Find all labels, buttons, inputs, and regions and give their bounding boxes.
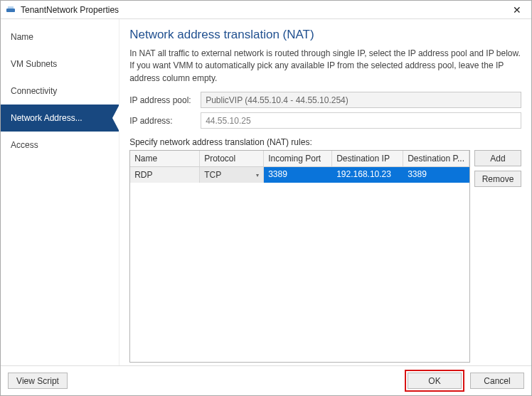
col-name[interactable]: Name	[130, 151, 200, 166]
col-destination-ip[interactable]: Destination IP	[332, 151, 403, 166]
ip-pool-label: IP address pool:	[129, 95, 201, 105]
page-description: In NAT all traffic to external network i…	[129, 48, 521, 85]
svg-rect-1	[8, 6, 14, 9]
page-title: Network address translation (NAT)	[129, 28, 521, 42]
sidebar-item-label: Connectivity	[11, 86, 57, 96]
rules-area: Name Protocol Incoming Port Destination …	[129, 150, 521, 363]
bottom-bar: View Script OK Cancel	[1, 365, 531, 395]
sidebar-item-label: VM Subnets	[11, 59, 57, 69]
ok-highlight: OK	[405, 370, 464, 392]
cell-name-text: RDP	[134, 170, 152, 180]
cancel-button[interactable]: Cancel	[470, 373, 524, 389]
view-script-button[interactable]: View Script	[8, 373, 68, 389]
svg-rect-0	[6, 9, 15, 12]
col-protocol[interactable]: Protocol	[200, 151, 264, 166]
titlebar: TenantNetwork Properties ✕	[1, 1, 531, 19]
ip-pool-value: PublicVIP (44.55.10.4 - 44.55.10.254)	[206, 95, 349, 105]
cell-protocol[interactable]: TCP▾	[200, 167, 264, 183]
rules-label: Specify network address translation (NAT…	[129, 137, 521, 147]
table-row[interactable]: RDP TCP▾ 3389 192.168.10.23 3389	[130, 167, 469, 183]
sidebar-item-network-address[interactable]: Network Address...	[1, 105, 119, 132]
col-incoming-port[interactable]: Incoming Port	[264, 151, 332, 166]
sidebar-item-access[interactable]: Access	[1, 132, 119, 159]
grid-side-buttons: Add Remove	[474, 150, 521, 363]
ip-address-input[interactable]	[201, 112, 521, 129]
main-panel: Network address translation (NAT) In NAT…	[119, 19, 531, 365]
chevron-down-icon: ▾	[256, 172, 259, 178]
cell-destination-port[interactable]: 3389	[403, 167, 469, 183]
close-icon[interactable]: ✕	[507, 3, 527, 17]
ip-pool-row: IP address pool: PublicVIP (44.55.10.4 -…	[129, 92, 521, 108]
cell-name[interactable]: RDP	[130, 167, 200, 183]
ip-pool-dropdown[interactable]: PublicVIP (44.55.10.4 - 44.55.10.254)	[201, 92, 521, 108]
ok-button[interactable]: OK	[408, 373, 462, 389]
remove-button[interactable]: Remove	[474, 171, 521, 187]
cell-incoming-port[interactable]: 3389	[264, 167, 332, 183]
sidebar-item-label: Name	[11, 32, 33, 42]
sidebar: Name VM Subnets Connectivity Network Add…	[1, 19, 119, 365]
sidebar-item-vm-subnets[interactable]: VM Subnets	[1, 50, 119, 77]
window-title: TenantNetwork Properties	[21, 5, 119, 15]
sidebar-item-name[interactable]: Name	[1, 23, 119, 50]
cell-destination-ip[interactable]: 192.168.10.23	[332, 167, 403, 183]
add-button[interactable]: Add	[474, 150, 521, 166]
ip-address-row: IP address:	[129, 112, 521, 129]
grid-header: Name Protocol Incoming Port Destination …	[130, 151, 469, 167]
sidebar-item-label: Access	[11, 140, 38, 150]
sidebar-item-connectivity[interactable]: Connectivity	[1, 77, 119, 105]
col-destination-port[interactable]: Destination P...	[403, 151, 469, 166]
cell-protocol-text: TCP	[204, 170, 221, 180]
sidebar-item-label: Network Address...	[11, 113, 83, 123]
body-area: Name VM Subnets Connectivity Network Add…	[1, 19, 531, 365]
nat-rules-grid: Name Protocol Incoming Port Destination …	[129, 150, 470, 363]
app-icon	[5, 4, 16, 16]
ip-address-label: IP address:	[129, 116, 201, 126]
grid-body: RDP TCP▾ 3389 192.168.10.23 3389	[130, 167, 469, 362]
